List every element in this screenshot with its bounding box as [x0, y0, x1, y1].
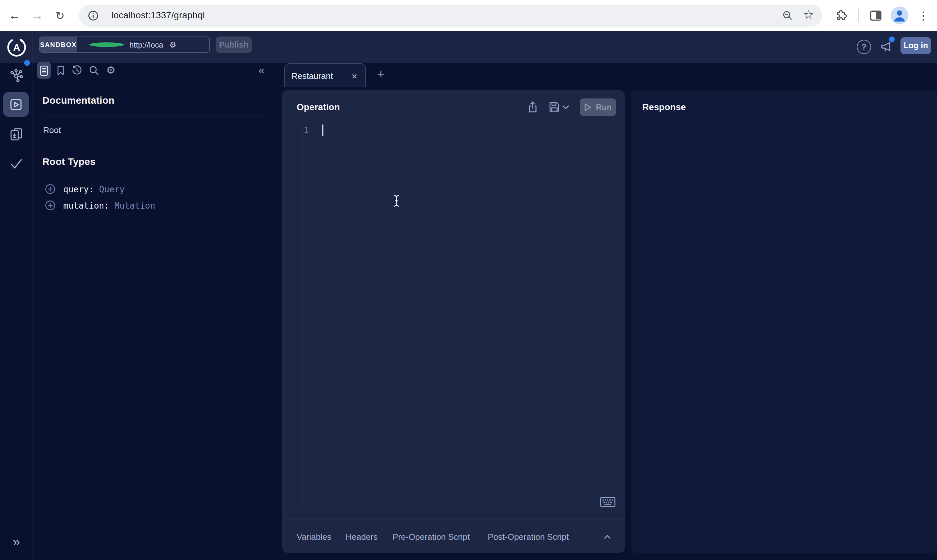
footer-tab-variables[interactable]: Variables	[297, 532, 331, 542]
side-panel-icon[interactable]	[869, 8, 883, 23]
query-field-row[interactable]: query: Query	[45, 183, 125, 195]
sandbox-badge: SANDBOX	[40, 37, 77, 52]
root-types-divider	[42, 175, 264, 175]
editor-line-number: 1	[301, 126, 308, 135]
apollo-logo[interactable]: A	[6, 37, 28, 58]
run-label: Run	[596, 103, 612, 112]
toolbar-divider	[858, 9, 859, 22]
publish-button[interactable]: Publish	[216, 37, 252, 53]
close-tab-icon[interactable]: ×	[349, 69, 359, 82]
operation-editor[interactable]	[311, 119, 618, 422]
footer-tab-post-operation-script[interactable]: Post-Operation Script	[488, 532, 569, 542]
search-icon[interactable]	[88, 65, 100, 76]
schema-notification-dot	[24, 60, 30, 66]
help-icon[interactable]: ?	[857, 40, 871, 54]
forward-icon[interactable]: →	[28, 0, 46, 31]
apollo-toolbar: A SANDBOX http://localhost:1337/gra... ⚙…	[0, 31, 937, 63]
mutation-field-row[interactable]: mutation: Mutation	[45, 200, 155, 211]
schema-diff-icon[interactable]	[8, 126, 24, 142]
docs-root-link[interactable]: Root	[43, 125, 61, 135]
notification-dot	[889, 37, 895, 42]
connection-settings-gear-icon[interactable]: ⚙	[169, 41, 204, 49]
footer-tab-headers[interactable]: Headers	[346, 532, 377, 542]
profile-avatar[interactable]	[891, 6, 908, 24]
apollo-logo-letter: A	[6, 37, 28, 58]
response-title: Response	[642, 102, 686, 112]
checks-icon[interactable]	[8, 156, 24, 171]
save-operation-icon[interactable]	[548, 100, 561, 114]
expand-footer-chevron-icon[interactable]	[604, 534, 611, 539]
collapse-docs-icon[interactable]: «	[254, 63, 269, 78]
add-mutation-icon[interactable]	[45, 200, 55, 211]
field-name[interactable]: query:	[63, 184, 94, 194]
back-icon[interactable]: ←	[5, 0, 23, 31]
login-button[interactable]: Log in	[900, 37, 931, 54]
root-types-title: Root Types	[42, 156, 95, 167]
response-panel: Response	[631, 90, 937, 553]
operation-panel: Operation Run 1	[282, 90, 625, 553]
expand-rail-icon[interactable]: »	[0, 535, 32, 549]
field-name[interactable]: mutation:	[63, 200, 109, 210]
operation-title: Operation	[297, 102, 340, 112]
documentation-tab-active[interactable]	[37, 62, 51, 79]
reload-icon[interactable]: ↻	[51, 0, 69, 31]
endpoint-url-text: http://localhost:1337/gra...	[129, 40, 164, 49]
new-tab-icon[interactable]: +	[374, 66, 388, 82]
footer-tab-pre-operation-script[interactable]: Pre-Operation Script	[392, 532, 470, 542]
save-options-chevron-icon[interactable]	[562, 105, 569, 110]
run-button[interactable]: Run	[580, 98, 616, 116]
add-query-icon[interactable]	[45, 184, 55, 194]
explorer-settings-gear-icon[interactable]: ⚙	[104, 63, 117, 78]
documentation-panel: ⚙ « Documentation Root Root Types query:…	[32, 63, 283, 560]
docs-divider	[42, 115, 264, 115]
browser-toolbar: ← → ↻ localhost:1337/graphql ☆	[0, 0, 937, 31]
explorer-tab-active[interactable]	[3, 92, 29, 117]
history-icon[interactable]	[71, 65, 83, 76]
mouse-ibeam-cursor	[392, 194, 400, 207]
endpoint-url-input[interactable]: http://localhost:1337/gra... ⚙	[77, 37, 209, 52]
editor-gutter-line	[303, 121, 303, 509]
operation-tab-bar: Restaurant × +	[282, 63, 625, 90]
url-text[interactable]: localhost:1337/graphql	[111, 10, 205, 20]
site-info-icon[interactable]	[88, 10, 99, 22]
field-type-link[interactable]: Query	[99, 184, 125, 194]
share-operation-icon[interactable]	[526, 100, 539, 114]
zoom-out-icon[interactable]	[782, 10, 794, 22]
apollo-sandbox-window: ← → ↻ localhost:1337/graphql ☆	[0, 0, 937, 560]
endpoint-group: SANDBOX http://localhost:1337/gra... ⚙	[39, 37, 210, 53]
docs-title: Documentation	[42, 95, 114, 106]
toolbar-section-divider	[32, 31, 33, 63]
footer-divider	[282, 520, 625, 520]
browser-menu-icon[interactable]: ⋮	[915, 0, 931, 31]
connection-status-dot	[89, 42, 124, 47]
extensions-icon[interactable]	[834, 8, 848, 23]
tab-restaurant[interactable]: Restaurant ×	[284, 63, 366, 87]
bookmark-icon[interactable]	[55, 65, 66, 76]
address-bar[interactable]: localhost:1337/graphql ☆	[79, 5, 822, 27]
bookmark-star-icon[interactable]: ☆	[803, 7, 814, 19]
run-play-icon	[584, 103, 591, 111]
field-type-link[interactable]: Mutation	[114, 200, 155, 210]
schema-graph-icon[interactable]	[8, 68, 24, 83]
keyboard-shortcuts-icon[interactable]	[600, 497, 615, 507]
tab-label: Restaurant	[291, 71, 349, 80]
left-icon-rail: »	[0, 63, 32, 560]
